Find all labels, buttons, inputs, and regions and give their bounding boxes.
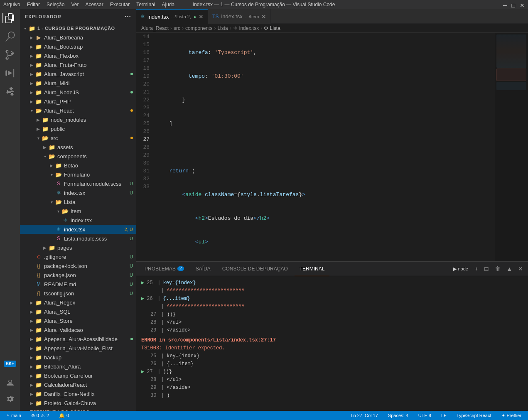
menu-editar[interactable]: Editar <box>27 2 40 7</box>
panel-tab-saida[interactable]: SAÍDA <box>191 262 216 276</box>
sidebar-item-alura-bootstrap[interactable]: ▶ 📁 Alura_Bootstrap <box>20 42 136 51</box>
sidebar-item-packagelock[interactable]: {} package-lock.json U <box>20 261 136 270</box>
sidebar-item-assets[interactable]: ▶ 📁 assets <box>20 142 136 152</box>
sidebar-item-src[interactable]: ▾ 📂 src <box>20 133 136 142</box>
tab-lista-index[interactable]: ⚛ index.tsx ...\Lista 2, ● ✕ <box>136 9 208 24</box>
sidebar-item-danflix[interactable]: ▶ 📁 Danflix_Clone-Netflix <box>20 389 136 398</box>
sidebar-item-calculadora[interactable]: ▶ 📁 CalculadoraReact <box>20 380 136 389</box>
warning-icon: ⚠ <box>41 413 45 418</box>
sidebar-item-item-folder[interactable]: ▾ 📂 Item <box>20 206 136 216</box>
menu-ver[interactable]: Ver <box>71 2 79 7</box>
sidebar-item-item-index[interactable]: ⚛ index.tsx <box>20 216 136 225</box>
sidebar-item-node-modules[interactable]: ▶ 📁 node_modules <box>20 115 136 124</box>
sidebar-item-alura-store[interactable]: ▶ 📁 Alura_Store <box>20 316 136 325</box>
menu-terminal[interactable]: Terminal <box>136 2 155 7</box>
terminal-content[interactable]: ▶ 25 | key={index} | ^^^^^^^^^^^^^^^^^^^… <box>136 276 528 411</box>
folder-icon: 📁 <box>35 71 42 77</box>
status-prettier[interactable]: ✦ Prettier <box>500 411 523 420</box>
panel-close-button[interactable]: ✕ <box>516 265 525 273</box>
sidebar-item-alura-sql[interactable]: ▶ 📁 Alura_SQL <box>20 307 136 316</box>
sidebar-more-icon[interactable]: ⋯ <box>124 12 131 20</box>
breadcrumb-part[interactable]: src <box>174 25 180 31</box>
sidebar-item-package[interactable]: {} package.json U <box>20 270 136 280</box>
run-activity-icon[interactable] <box>2 66 17 81</box>
source-control-activity-icon[interactable] <box>2 47 17 62</box>
sidebar-item-alura-php[interactable]: ▶ 📁 Alura_PHP <box>20 97 136 106</box>
status-spaces[interactable]: Spaces: 4 <box>386 411 410 420</box>
sidebar-item-lista-module[interactable]: S Lista.module.scss U <box>20 234 136 243</box>
sidebar-item-public[interactable]: ▶ 📁 public <box>20 124 136 133</box>
explorer-activity-icon[interactable] <box>2 11 17 26</box>
sidebar-item-alura-validacao[interactable]: ▶ 📁 Alura_Validacao <box>20 325 136 334</box>
estrutura-section-header[interactable]: ▶ ESTRUTURA DO CÓDIGO <box>20 408 136 411</box>
sidebar-item-pages[interactable]: ▶ 📁 pages <box>20 243 136 252</box>
status-eol[interactable]: LF <box>440 411 448 420</box>
minimize-button[interactable]: ─ <box>503 2 508 7</box>
sidebar-item-alura-react[interactable]: ▾ 📂 Alura_React <box>20 106 136 115</box>
ln-30: 30 <box>140 159 150 167</box>
sidebar-item-projeto-galoa[interactable]: ▶ 📁 Projeto_Galoá-Chuva <box>20 398 136 408</box>
status-encoding[interactable]: UTF-8 <box>417 411 433 420</box>
menu-selecao[interactable]: Seleção <box>47 2 64 7</box>
tab-close-button[interactable]: ✕ <box>261 14 266 20</box>
menu-executar[interactable]: Executar <box>110 2 130 7</box>
sidebar-item-formulario-scss[interactable]: S Formulario.module.scss U <box>20 179 136 188</box>
breadcrumb-part[interactable]: ⚛ <box>233 25 238 31</box>
sidebar-item-formulario[interactable]: ▾ 📂 Formulario <box>20 170 136 179</box>
menu-ajuda[interactable]: Ajuda <box>162 2 175 7</box>
breadcrumb-part[interactable]: index.tsx <box>239 25 259 31</box>
menu-arquivo[interactable]: Arquivo <box>3 2 20 7</box>
sidebar-item-components[interactable]: ▾ 📂 components <box>20 152 136 161</box>
sidebar-item-alura-regex[interactable]: ▶ 📁 Alura_Regex <box>20 298 136 307</box>
breadcrumb-part[interactable]: components <box>185 25 212 31</box>
sidebar-item-readme[interactable]: M README.md U <box>20 280 136 289</box>
sidebar-item-gitignore[interactable]: ⊙ .gitignore U <box>20 252 136 261</box>
panel-split-button[interactable]: ⊟ <box>482 265 491 273</box>
status-errors[interactable]: ⊗ 0 ⚠ 2 <box>29 411 51 420</box>
sidebar-item-alura-nodejs[interactable]: ▶ 📁 Alura_NodeJS <box>20 88 136 97</box>
panel-tab-problemas[interactable]: PROBLEMAS 2 <box>140 262 189 276</box>
status-position[interactable]: Ln 27, Col 17 <box>349 411 379 420</box>
sidebar-item-backup[interactable]: ▶ 📁 backup <box>20 353 136 362</box>
breadcrumb-part[interactable]: Lista <box>217 25 228 31</box>
code-editor[interactable]: 14 15 16 17 18 19 20 21 22 23 24 25 26 2… <box>136 33 495 261</box>
sidebar-item-formulario-index[interactable]: ⚛ index.tsx U <box>20 188 136 197</box>
maximize-button[interactable]: □ <box>511 2 516 7</box>
sidebar-item-botao[interactable]: ▶ 📁 Botao <box>20 161 136 170</box>
sidebar-item-root[interactable]: ▾ 📁 1 - CURSOS DE PROGRAMAÇÃO <box>20 24 136 33</box>
close-button[interactable]: ✕ <box>520 2 525 7</box>
status-language[interactable]: TypeScript React <box>455 411 493 420</box>
sidebar-item-lista-index[interactable]: ⚛ index.tsx 2, U <box>20 225 136 234</box>
sidebar-item-bitebank[interactable]: ▶ 📁 Bitebank_Alura <box>20 362 136 371</box>
tab-item-index[interactable]: TS index.tsx ...\Item ✕ <box>208 9 271 24</box>
menu-acessar[interactable]: Acessar <box>85 2 103 7</box>
sidebar-item-apeperia-mobile[interactable]: ▶ 📁 Apeperia_Alura-Mobile_First <box>20 344 136 353</box>
ln-16: 16 <box>140 49 150 56</box>
panel-add-terminal-button[interactable]: + <box>473 265 480 273</box>
sidebar-item-alura-flexbox[interactable]: ▶ 📁 Alura_Flexbox <box>20 51 136 60</box>
panel-tabs: PROBLEMAS 2 SAÍDA CONSOLE DE DEPURAÇÃO T… <box>136 262 528 276</box>
sidebar-item-alura-fruta[interactable]: ▶ 📁 Alura_Fruta-Fruto <box>20 60 136 69</box>
status-branch[interactable]: ⑂ main <box>5 411 23 420</box>
tab-close-button[interactable]: ✕ <box>199 14 204 20</box>
panel-trash-button[interactable]: 🗑 <box>493 265 502 273</box>
remote-activity-icon[interactable]: BK+ <box>2 356 17 371</box>
line-code: key={index} <box>167 352 199 360</box>
search-activity-icon[interactable] <box>2 29 17 44</box>
sidebar-item-alura-javascript[interactable]: ▶ 📁 Alura_Javascript <box>20 69 136 79</box>
breadcrumb-part[interactable]: Alura_React <box>141 25 169 31</box>
sidebar-item-apeperia-acessibilidade[interactable]: ▶ 📁 Apeperia_Alura-Acessibilidade <box>20 334 136 344</box>
extensions-activity-icon[interactable] <box>2 84 17 99</box>
sidebar-item-alura-midi[interactable]: ▶ 📁 Alura_Midi <box>20 79 136 88</box>
sidebar-item-tsconfig[interactable]: {} tsconfig.json U <box>20 289 136 298</box>
sidebar-item-alura-barbearia[interactable]: ▶ ▶ Alura_Barbearia <box>20 33 136 42</box>
status-notification[interactable]: 🔔 0 <box>57 411 71 420</box>
breadcrumb-part-active[interactable]: ⚙ Lista <box>264 25 280 31</box>
sidebar-item-bootcamp[interactable]: ▶ 📁 Bootcamp Carrefour <box>20 371 136 380</box>
sidebar-item-lista[interactable]: ▾ 📂 Lista <box>20 197 136 206</box>
panel-tab-console[interactable]: CONSOLE DE DEPURAÇÃO <box>217 262 293 276</box>
settings-activity-icon[interactable] <box>2 393 17 408</box>
panel-maximize-button[interactable]: ▲ <box>505 265 514 273</box>
account-activity-icon[interactable] <box>2 375 17 390</box>
panel-tab-terminal[interactable]: TERMINAL <box>295 262 330 276</box>
